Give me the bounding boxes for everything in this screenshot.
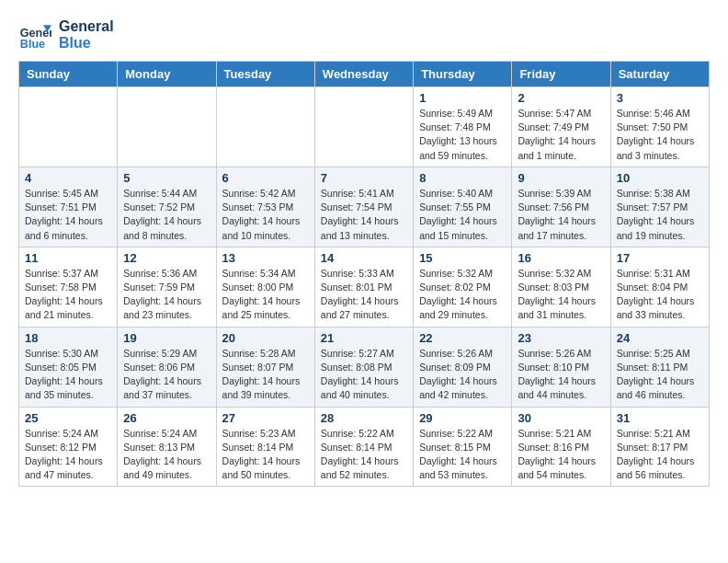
logo-icon: General Blue	[18, 18, 51, 52]
calendar-cell: 4Sunrise: 5:45 AM Sunset: 7:51 PM Daylig…	[19, 167, 118, 247]
calendar-cell: 27Sunrise: 5:23 AM Sunset: 8:14 PM Dayli…	[216, 407, 314, 487]
day-number: 17	[617, 251, 703, 265]
day-info: Sunrise: 5:22 AM Sunset: 8:15 PM Dayligh…	[419, 427, 506, 483]
day-number: 7	[321, 171, 407, 185]
calendar-cell: 30Sunrise: 5:21 AM Sunset: 8:16 PM Dayli…	[512, 407, 610, 487]
day-number: 11	[25, 251, 111, 265]
calendar-cell: 19Sunrise: 5:29 AM Sunset: 8:06 PM Dayli…	[118, 327, 216, 407]
day-info: Sunrise: 5:45 AM Sunset: 7:51 PM Dayligh…	[25, 187, 111, 243]
day-number: 14	[321, 251, 407, 265]
calendar-cell: 8Sunrise: 5:40 AM Sunset: 7:55 PM Daylig…	[414, 167, 512, 247]
week-row-1: 1Sunrise: 5:49 AM Sunset: 7:48 PM Daylig…	[19, 87, 710, 167]
day-number: 20	[222, 331, 309, 345]
day-number: 16	[518, 251, 604, 265]
day-info: Sunrise: 5:28 AM Sunset: 8:07 PM Dayligh…	[222, 347, 309, 403]
day-number: 3	[617, 91, 703, 105]
calendar-cell: 28Sunrise: 5:22 AM Sunset: 8:14 PM Dayli…	[314, 407, 413, 487]
day-info: Sunrise: 5:47 AM Sunset: 7:49 PM Dayligh…	[518, 107, 604, 163]
calendar-cell: 11Sunrise: 5:37 AM Sunset: 7:58 PM Dayli…	[19, 247, 118, 327]
day-number: 19	[123, 331, 210, 345]
day-info: Sunrise: 5:23 AM Sunset: 8:14 PM Dayligh…	[222, 427, 309, 483]
calendar-cell: 26Sunrise: 5:24 AM Sunset: 8:13 PM Dayli…	[118, 407, 216, 487]
day-number: 15	[419, 251, 506, 265]
day-info: Sunrise: 5:30 AM Sunset: 8:05 PM Dayligh…	[25, 347, 111, 403]
week-row-5: 25Sunrise: 5:24 AM Sunset: 8:12 PM Dayli…	[19, 407, 710, 487]
logo-general: General	[59, 18, 114, 35]
day-number: 30	[518, 411, 604, 425]
day-info: Sunrise: 5:32 AM Sunset: 8:02 PM Dayligh…	[419, 267, 506, 323]
calendar-cell: 7Sunrise: 5:41 AM Sunset: 7:54 PM Daylig…	[314, 167, 413, 247]
day-info: Sunrise: 5:41 AM Sunset: 7:54 PM Dayligh…	[321, 187, 407, 243]
day-number: 22	[419, 331, 506, 345]
calendar-cell: 21Sunrise: 5:27 AM Sunset: 8:08 PM Dayli…	[314, 327, 413, 407]
calendar-cell: 16Sunrise: 5:32 AM Sunset: 8:03 PM Dayli…	[512, 247, 610, 327]
weekday-header-tuesday: Tuesday	[216, 62, 314, 87]
day-number: 31	[617, 411, 703, 425]
day-info: Sunrise: 5:22 AM Sunset: 8:14 PM Dayligh…	[321, 427, 407, 483]
day-number: 5	[123, 171, 210, 185]
calendar-cell	[314, 87, 413, 167]
day-number: 24	[617, 331, 703, 345]
day-number: 23	[518, 331, 604, 345]
day-number: 8	[419, 171, 506, 185]
calendar-cell: 20Sunrise: 5:28 AM Sunset: 8:07 PM Dayli…	[216, 327, 314, 407]
day-info: Sunrise: 5:36 AM Sunset: 7:59 PM Dayligh…	[123, 267, 210, 323]
calendar-cell: 13Sunrise: 5:34 AM Sunset: 8:00 PM Dayli…	[216, 247, 314, 327]
day-info: Sunrise: 5:21 AM Sunset: 8:17 PM Dayligh…	[617, 427, 703, 483]
day-info: Sunrise: 5:40 AM Sunset: 7:55 PM Dayligh…	[419, 187, 506, 243]
logo: General Blue General Blue	[18, 18, 114, 52]
day-number: 18	[25, 331, 111, 345]
day-number: 4	[25, 171, 111, 185]
day-info: Sunrise: 5:24 AM Sunset: 8:12 PM Dayligh…	[25, 427, 111, 483]
calendar-cell: 15Sunrise: 5:32 AM Sunset: 8:02 PM Dayli…	[414, 247, 512, 327]
calendar-cell: 31Sunrise: 5:21 AM Sunset: 8:17 PM Dayli…	[610, 407, 709, 487]
day-info: Sunrise: 5:24 AM Sunset: 8:13 PM Dayligh…	[123, 427, 210, 483]
day-info: Sunrise: 5:31 AM Sunset: 8:04 PM Dayligh…	[617, 267, 703, 323]
weekday-header-saturday: Saturday	[610, 62, 709, 87]
day-number: 2	[518, 91, 604, 105]
weekday-header-friday: Friday	[512, 62, 610, 87]
svg-text:Blue: Blue	[20, 38, 45, 51]
calendar-cell: 12Sunrise: 5:36 AM Sunset: 7:59 PM Dayli…	[118, 247, 216, 327]
day-number: 29	[419, 411, 506, 425]
calendar-cell	[216, 87, 314, 167]
calendar-cell: 3Sunrise: 5:46 AM Sunset: 7:50 PM Daylig…	[610, 87, 709, 167]
calendar-table: SundayMondayTuesdayWednesdayThursdayFrid…	[18, 61, 710, 487]
weekday-header-wednesday: Wednesday	[314, 62, 413, 87]
weekday-header-row: SundayMondayTuesdayWednesdayThursdayFrid…	[19, 62, 710, 87]
calendar-cell: 14Sunrise: 5:33 AM Sunset: 8:01 PM Dayli…	[314, 247, 413, 327]
day-info: Sunrise: 5:21 AM Sunset: 8:16 PM Dayligh…	[518, 427, 604, 483]
weekday-header-thursday: Thursday	[414, 62, 512, 87]
calendar-cell: 5Sunrise: 5:44 AM Sunset: 7:52 PM Daylig…	[118, 167, 216, 247]
day-info: Sunrise: 5:26 AM Sunset: 8:10 PM Dayligh…	[518, 347, 604, 403]
week-row-4: 18Sunrise: 5:30 AM Sunset: 8:05 PM Dayli…	[19, 327, 710, 407]
day-number: 27	[222, 411, 309, 425]
day-number: 28	[321, 411, 407, 425]
logo-blue: Blue	[59, 35, 114, 52]
calendar-cell: 17Sunrise: 5:31 AM Sunset: 8:04 PM Dayli…	[610, 247, 709, 327]
week-row-2: 4Sunrise: 5:45 AM Sunset: 7:51 PM Daylig…	[19, 167, 710, 247]
calendar-cell: 25Sunrise: 5:24 AM Sunset: 8:12 PM Dayli…	[19, 407, 118, 487]
calendar-cell	[118, 87, 216, 167]
page-header: General Blue General Blue	[18, 18, 710, 52]
day-number: 10	[617, 171, 703, 185]
day-info: Sunrise: 5:33 AM Sunset: 8:01 PM Dayligh…	[321, 267, 407, 323]
day-number: 12	[123, 251, 210, 265]
day-info: Sunrise: 5:25 AM Sunset: 8:11 PM Dayligh…	[617, 347, 703, 403]
day-info: Sunrise: 5:38 AM Sunset: 7:57 PM Dayligh…	[617, 187, 703, 243]
calendar-cell: 6Sunrise: 5:42 AM Sunset: 7:53 PM Daylig…	[216, 167, 314, 247]
calendar-cell	[19, 87, 118, 167]
day-number: 21	[321, 331, 407, 345]
calendar-cell: 29Sunrise: 5:22 AM Sunset: 8:15 PM Dayli…	[414, 407, 512, 487]
day-info: Sunrise: 5:29 AM Sunset: 8:06 PM Dayligh…	[123, 347, 210, 403]
day-info: Sunrise: 5:39 AM Sunset: 7:56 PM Dayligh…	[518, 187, 604, 243]
calendar-cell: 9Sunrise: 5:39 AM Sunset: 7:56 PM Daylig…	[512, 167, 610, 247]
day-number: 9	[518, 171, 604, 185]
day-info: Sunrise: 5:46 AM Sunset: 7:50 PM Dayligh…	[617, 107, 703, 163]
calendar-cell: 23Sunrise: 5:26 AM Sunset: 8:10 PM Dayli…	[512, 327, 610, 407]
day-info: Sunrise: 5:44 AM Sunset: 7:52 PM Dayligh…	[123, 187, 210, 243]
day-number: 26	[123, 411, 210, 425]
day-info: Sunrise: 5:26 AM Sunset: 8:09 PM Dayligh…	[419, 347, 506, 403]
day-number: 1	[419, 91, 506, 105]
day-info: Sunrise: 5:42 AM Sunset: 7:53 PM Dayligh…	[222, 187, 309, 243]
